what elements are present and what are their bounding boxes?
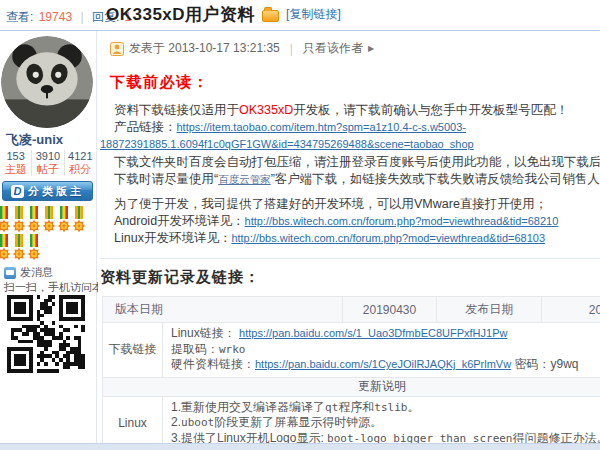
notice-heading: 下载前必读： [110, 73, 600, 92]
text-line: Linux开发环境详见：http://bbs.witech.com.cn/for… [100, 230, 600, 247]
medal-icon [12, 206, 26, 234]
medal-row [0, 206, 96, 234]
download-links-cell: Linux链接： https://pan.baidu.com/s/1_Uao3D… [163, 323, 600, 377]
text-line: Linux链接： https://pan.baidu.com/s/1_Uao3D… [171, 326, 600, 342]
text-run: 提取码： [171, 342, 219, 356]
send-message-button[interactable]: 发消息 [4, 265, 53, 280]
stat-label: 主题 [0, 163, 31, 176]
stat-label: 帖子 [32, 163, 63, 176]
copy-link-button[interactable]: [复制链接] [286, 6, 341, 23]
paragraph-devenv: 为了便于开发，我司提供了搭建好的开发环境，可以用VMware直接打开使用；And… [100, 196, 600, 247]
text-run: Android开发环境详见： [114, 214, 245, 228]
text-run: 阶段更新了屏幕显示得时钟源。 [214, 415, 382, 429]
text-run: boot-logo bigger than screen [327, 432, 512, 444]
paragraph-baidu: 下载文件夹时百度会自动打包压缩，请注册登录百度账号后使用此功能，以免出现下载后不… [100, 154, 600, 188]
username-link[interactable]: 飞凌-unix [6, 131, 63, 149]
medal-icon [72, 206, 86, 234]
text-run: 下载时请尽量使用“ [114, 172, 218, 186]
text-run: 1.重新使用交叉编译器编译了 [171, 400, 325, 414]
avatar[interactable] [1, 36, 93, 128]
text-run: tslib [374, 401, 407, 414]
medal-row [0, 234, 96, 262]
medal-icon [12, 234, 26, 262]
stat-label: 积分 [65, 163, 96, 176]
page-title: OK335xD用户资料 [106, 3, 255, 26]
text-run: 。 [407, 400, 419, 414]
text-run: 3.提供了Linux开机Logo显示: [171, 431, 327, 444]
release-date-value: 2019 [542, 297, 600, 322]
medal-list [0, 206, 96, 262]
author-sidebar: 飞凌-unix 153主题3910帖子4121积分 D 分类版主 发消息 扫一扫… [0, 31, 97, 443]
link[interactable]: 18872391885.1.6094f1c0qGF1GW&id=43479526… [100, 138, 474, 150]
text-line: Android开发环境详见：http://bbs.witech.com.cn/f… [100, 213, 600, 230]
medal-icon [42, 206, 56, 234]
link[interactable]: http://bbs.witech.com.cn/forum.php?mod=v… [231, 232, 545, 244]
bottom-strip [0, 443, 600, 450]
text-line: 下载时请尽量使用“百度云管家”客户端下载，如链接失效或下载失败请反馈给我公司销售… [100, 171, 600, 188]
table-row-download: 下载链接 Linux链接： https://pan.baidu.com/s/1_… [103, 323, 600, 378]
text-run: 密码：y9wq [511, 357, 578, 371]
link[interactable]: https://pan.baidu.com/s/1_Uao3DfmbEC8UFP… [239, 327, 507, 339]
text-run: OK335xD [239, 103, 293, 117]
qr-code [7, 295, 85, 373]
text-run: Linux开发环境详见： [114, 231, 231, 245]
stat-item[interactable]: 3910帖子 [32, 150, 64, 176]
table-header-row: 版本日期 20190430 发布日期 2019 [103, 297, 600, 323]
views-label: 查看: [6, 10, 33, 24]
text-run: 开发板，请下载前确认与您手中开发板型号匹配！ [293, 103, 568, 117]
text-run: 产品链接： [114, 120, 177, 134]
text-line: 提取码：wrko [171, 342, 600, 358]
table-row-notes-header: 更新说明 [103, 378, 600, 397]
text-run: wrko [219, 343, 246, 356]
text-line: 3.提供了Linux开机Logo显示: boot-logo bigger tha… [171, 431, 600, 444]
text-run: 硬件资料链接： [171, 357, 255, 371]
update-heading: 资料更新记录及链接： [100, 268, 600, 287]
separator: | [290, 42, 293, 56]
stat-value: 153 [0, 150, 31, 163]
moderator-badge-label: 分类版主 [28, 184, 84, 199]
text-run: 2. [171, 415, 181, 429]
post-content: 发表于 2013-10-17 13:21:35 | 只看该作者 ▶ 下载前必读：… [98, 31, 600, 443]
only-author-link[interactable]: 只看该作者 [303, 40, 363, 57]
link[interactable]: 百度云管家 [218, 173, 271, 185]
post-time: 发表于 2013-10-17 13:21:35 [129, 40, 280, 57]
post-meta: 发表于 2013-10-17 13:21:35 | 只看该作者 ▶ [110, 40, 600, 57]
linux-label: Linux [103, 397, 163, 444]
linux-notes-cell: 1.重新使用交叉编译器编译了qt程序和tslib。2.uboot阶段更新了屏幕显… [163, 397, 600, 444]
divider [100, 258, 600, 259]
link[interactable]: https://pan.baidu.com/s/1CyeJOilRJAQKj_k… [255, 358, 511, 370]
send-message-label: 发消息 [20, 265, 53, 280]
author-icon [110, 42, 124, 56]
stat-item[interactable]: 153主题 [0, 150, 32, 176]
moderator-badge: D 分类版主 [2, 181, 93, 201]
stat-item[interactable]: 4121积分 [65, 150, 96, 176]
separator: | [80, 10, 83, 24]
text-run: Linux链接： [171, 326, 239, 340]
message-icon [4, 267, 16, 279]
text-line: 为了便于开发，我司提供了搭建好的开发环境，可以用VMware直接打开使用； [100, 196, 600, 213]
medal-icon [27, 234, 41, 262]
text-run: 程序和 [338, 400, 374, 414]
link[interactable]: http://bbs.witech.com.cn/forum.php?mod=v… [245, 215, 559, 227]
download-label: 下载链接 [103, 323, 163, 377]
text-run: uboot [181, 416, 214, 429]
text-run: ”客户端下载，如链接失效或下载失败请反馈给我公司销售人员，谢谢！ [271, 172, 600, 186]
text-line: 资料下载链接仅适用于OK335xD开发板，请下载前确认与您手中开发板型号匹配！ [100, 102, 600, 119]
release-date-header: 发布日期 [437, 297, 542, 322]
stat-value: 3910 [32, 150, 63, 163]
text-run: qt [325, 401, 338, 414]
update-table: 版本日期 20190430 发布日期 2019 下载链接 Linux链接： ht… [102, 296, 600, 443]
stat-value: 4121 [65, 150, 96, 163]
link[interactable]: https://item.taobao.com/item.htm?spm=a1z… [177, 121, 467, 133]
text-line: 2.uboot阶段更新了屏幕显示得时钟源。 [171, 415, 600, 431]
medal-icon [57, 206, 71, 234]
forlinx-logo-icon: D [11, 185, 24, 198]
text-run: 得问题修正办法。 [513, 431, 600, 444]
chevron-right-icon: ▶ [368, 44, 374, 53]
text-line: 1.重新使用交叉编译器编译了qt程序和tslib。 [171, 400, 600, 416]
text-line: 下载文件夹时百度会自动打包压缩，请注册登录百度账号后使用此功能，以免出现下载后不… [100, 154, 600, 171]
views-count: 19743 [39, 10, 72, 24]
table-row-linux: Linux 1.重新使用交叉编译器编译了qt程序和tslib。2.uboot阶段… [103, 397, 600, 444]
version-date-header: 版本日期 [103, 297, 343, 322]
forum-post-page: 查看: 19743 | 回复: 1 OK335xD用户资料 [复制链接] [0, 0, 600, 450]
